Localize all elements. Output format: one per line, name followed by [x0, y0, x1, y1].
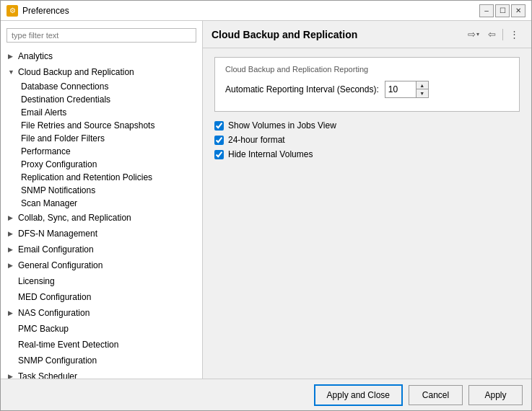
filter-input[interactable]	[6, 28, 196, 43]
sidebar-item-file-folder-filters[interactable]: File and Folder Filters	[1, 132, 202, 145]
window-title: Preferences	[22, 6, 479, 16]
sidebar-item-label: Cloud Backup and Replication	[18, 66, 134, 79]
sidebar-item-label: PMC Backup	[18, 322, 69, 335]
main-content: Cloud Backup and Replication Reporting A…	[203, 48, 531, 379]
sidebar: ▶ Analytics ▼ Cloud Backup and Replicati…	[1, 21, 203, 379]
reporting-interval-label: Automatic Reporting Interval (Seconds):	[225, 84, 379, 94]
main-title: Cloud Backup and Replication	[212, 29, 464, 40]
title-bar-controls: – ☐ ✕	[479, 4, 526, 17]
section-title: Cloud Backup and Replication Reporting	[225, 65, 509, 74]
sidebar-item-label: Analytics	[18, 50, 53, 63]
reporting-interval-spinner: 10 ▲ ▼	[385, 81, 429, 98]
sidebar-item-file-retries[interactable]: File Retries and Source Snapshots	[1, 119, 202, 132]
sidebar-child-label: Replication and Retention Policies	[21, 172, 152, 182]
sidebar-item-general-config[interactable]: ▶ General Configuration	[1, 257, 202, 273]
expand-arrow-general: ▶	[8, 259, 18, 272]
expand-arrow-dfs: ▶	[8, 227, 18, 240]
back-icon: ⇦	[488, 29, 496, 40]
minimize-button[interactable]: –	[479, 4, 494, 17]
sidebar-item-realtime-event[interactable]: ▶ Real-time Event Detection	[1, 337, 202, 353]
main-header: Cloud Backup and Replication ⇨▾ ⇦ ⋮	[203, 21, 531, 48]
sidebar-item-label: DFS-N Management	[18, 227, 97, 240]
maximize-button[interactable]: ☐	[495, 4, 510, 17]
sidebar-item-label: NAS Configuration	[18, 306, 90, 319]
cancel-button[interactable]: Cancel	[409, 385, 463, 405]
toolbar-icons: ⇨▾ ⇦ ⋮	[464, 27, 523, 42]
sidebar-child-label: File Retries and Source Snapshots	[21, 120, 154, 131]
reporting-interval-row: Automatic Reporting Interval (Seconds): …	[225, 81, 509, 98]
window-icon: ⚙	[6, 5, 18, 17]
reporting-interval-input[interactable]: 10	[385, 81, 416, 97]
sidebar-item-task-scheduler[interactable]: ▶ Task Scheduler	[1, 368, 202, 379]
hide-internal-label: Hide Internal Volumes	[228, 149, 313, 159]
sidebar-child-label: File and Folder Filters	[21, 133, 105, 143]
preferences-window: ⚙ Preferences – ☐ ✕ ▶ Analytics ▼ Cloud …	[0, 0, 532, 411]
sidebar-item-pmc-backup[interactable]: ▶ PMC Backup	[1, 321, 202, 337]
sidebar-item-analytics[interactable]: ▶ Analytics	[1, 48, 202, 64]
sidebar-item-label: General Configuration	[18, 259, 103, 272]
bottom-bar: Apply and Close Cancel Apply	[1, 379, 531, 410]
sidebar-item-proxy-configuration[interactable]: Proxy Configuration	[1, 158, 202, 171]
sidebar-item-collab-sync[interactable]: ▶ Collab, Sync, and Replication	[1, 210, 202, 226]
forward-button[interactable]: ⇨▾	[464, 27, 483, 42]
toolbar-separator	[502, 29, 503, 40]
content-area: ▶ Analytics ▼ Cloud Backup and Replicati…	[1, 21, 531, 379]
sidebar-item-label: Real-time Event Detection	[18, 338, 118, 351]
24-hour-checkbox[interactable]	[214, 136, 224, 145]
expand-arrow-collab: ▶	[8, 211, 18, 224]
sidebar-item-label: Collab, Sync, and Replication	[18, 211, 131, 224]
forward-icon: ⇨	[468, 29, 476, 40]
sidebar-item-email-config[interactable]: ▶ Email Configuration	[1, 242, 202, 257]
expand-arrow-analytics: ▶	[8, 50, 18, 63]
sidebar-item-snmp-notifications[interactable]: SNMP Notifications	[1, 184, 202, 197]
more-icon: ⋮	[510, 29, 519, 40]
sidebar-item-email-alerts[interactable]: Email Alerts	[1, 106, 202, 119]
checkbox-show-volumes-row: Show Volumes in Jobs View	[214, 120, 520, 131]
show-volumes-label: Show Volumes in Jobs View	[228, 120, 336, 131]
sidebar-child-label: Proxy Configuration	[21, 159, 97, 169]
sidebar-item-database-connections[interactable]: Database Connections	[1, 80, 202, 93]
hide-internal-checkbox[interactable]	[214, 150, 224, 159]
sidebar-item-licensing[interactable]: ▶ Licensing	[1, 273, 202, 289]
24-hour-label: 24-hour format	[228, 135, 285, 145]
title-bar: ⚙ Preferences – ☐ ✕	[1, 1, 531, 21]
main-panel: Cloud Backup and Replication ⇨▾ ⇦ ⋮	[203, 21, 531, 379]
sidebar-item-label: SNMP Configuration	[18, 354, 97, 367]
sidebar-child-label: Email Alerts	[21, 107, 66, 118]
reporting-section: Cloud Backup and Replication Reporting A…	[214, 57, 520, 112]
sidebar-child-label: Database Connections	[21, 81, 108, 92]
apply-button[interactable]: Apply	[468, 385, 523, 405]
expand-arrow-cloud-backup: ▼	[8, 66, 18, 79]
expand-arrow-email-config: ▶	[8, 243, 18, 256]
dropdown-arrow: ▾	[476, 31, 479, 37]
sidebar-item-scan-manager[interactable]: Scan Manager	[1, 197, 202, 210]
sidebar-item-nas-config[interactable]: ▶ NAS Configuration	[1, 305, 202, 321]
sidebar-item-label: Licensing	[18, 275, 55, 288]
sidebar-child-label: Scan Manager	[21, 198, 77, 208]
sidebar-item-label: Email Configuration	[18, 243, 94, 256]
sidebar-item-destination-credentials[interactable]: Destination Credentials	[1, 93, 202, 106]
sidebar-item-replication-retention[interactable]: Replication and Retention Policies	[1, 171, 202, 184]
checkbox-hide-internal-row: Hide Internal Volumes	[214, 149, 520, 159]
sidebar-child-label: SNMP Notifications	[21, 185, 95, 195]
sidebar-item-med-config[interactable]: ▶ MED Configuration	[1, 289, 202, 305]
expand-arrow-nas: ▶	[8, 306, 18, 319]
sidebar-item-snmp-config[interactable]: ▶ SNMP Configuration	[1, 353, 202, 368]
sidebar-child-label: Performance	[21, 146, 71, 156]
spinner-up-button[interactable]: ▲	[417, 81, 428, 89]
spinner-buttons: ▲ ▼	[416, 81, 428, 97]
sidebar-item-cloud-backup[interactable]: ▼ Cloud Backup and Replication	[1, 64, 202, 80]
apply-close-button[interactable]: Apply and Close	[314, 384, 403, 406]
back-button[interactable]: ⇦	[484, 27, 500, 42]
sidebar-child-label: Destination Credentials	[21, 94, 110, 105]
sidebar-item-dfs-n[interactable]: ▶ DFS-N Management	[1, 226, 202, 242]
more-button[interactable]: ⋮	[506, 27, 523, 42]
expand-arrow-task: ▶	[8, 370, 18, 379]
show-volumes-checkbox[interactable]	[214, 121, 224, 131]
sidebar-item-label: MED Configuration	[18, 291, 91, 304]
checkbox-24hour-row: 24-hour format	[214, 135, 520, 145]
sidebar-item-performance[interactable]: Performance	[1, 145, 202, 158]
close-button[interactable]: ✕	[511, 4, 526, 17]
sidebar-item-label: Task Scheduler	[18, 370, 77, 379]
spinner-down-button[interactable]: ▼	[417, 89, 428, 97]
